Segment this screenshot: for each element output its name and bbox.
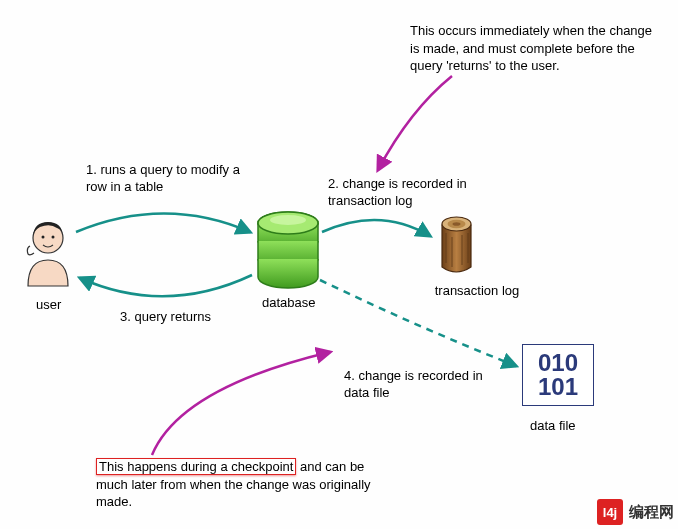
- note-bottom-highlight: This happens during a checkpoint: [96, 458, 296, 475]
- step-3-label: 3. query returns: [120, 309, 211, 326]
- data-file-label: data file: [530, 418, 576, 435]
- diagram-arrows: [0, 0, 678, 529]
- step-4-label: 4. change is recorded in data file: [344, 368, 489, 402]
- step-2-label: 2. change is recorded in transaction log: [328, 176, 468, 210]
- svg-point-2: [52, 236, 55, 239]
- step-1-label: 1. runs a query to modify a row in a tab…: [86, 162, 246, 196]
- watermark: l4j 编程网: [597, 499, 674, 525]
- watermark-logo-icon: l4j: [597, 499, 623, 525]
- log-icon: [434, 215, 479, 273]
- note-bottom: This happens during a checkpoint and can…: [96, 458, 396, 511]
- note-top: This occurs immediately when the change …: [410, 22, 660, 75]
- data-file-icon: 010 101: [522, 344, 594, 406]
- watermark-text: 编程网: [629, 503, 674, 522]
- database-label: database: [262, 295, 316, 312]
- database-icon: [255, 211, 321, 289]
- svg-point-8: [453, 222, 461, 226]
- transaction-log-diagram: 010 101 user database transaction log da…: [0, 0, 678, 529]
- svg-point-5: [270, 215, 306, 225]
- user-label: user: [36, 297, 61, 314]
- user-icon: [20, 218, 76, 290]
- svg-point-1: [42, 236, 45, 239]
- transaction-log-label: transaction log: [427, 283, 527, 300]
